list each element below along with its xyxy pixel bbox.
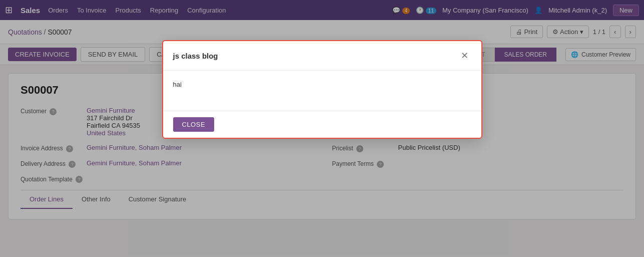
modal-overlay: js class blog ✕ hai CLOSE <box>0 0 644 256</box>
modal-close-x-button[interactable]: ✕ <box>458 49 471 62</box>
modal-header: js class blog ✕ <box>163 41 481 71</box>
modal-title: js class blog <box>173 52 218 60</box>
modal-footer: CLOSE <box>163 111 481 138</box>
modal-content-text: hai <box>173 81 182 88</box>
modal-dialog: js class blog ✕ hai CLOSE <box>162 40 482 139</box>
modal-close-button[interactable]: CLOSE <box>173 117 215 132</box>
modal-body: hai <box>163 71 481 111</box>
